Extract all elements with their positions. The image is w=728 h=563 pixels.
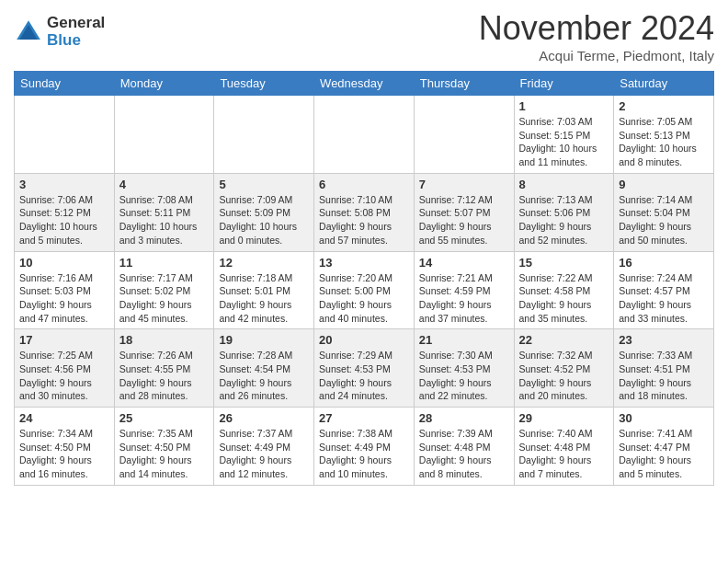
day-info: Sunrise: 7:39 AM Sunset: 4:48 PM Dayligh… (419, 427, 509, 481)
calendar-cell: 16Sunrise: 7:24 AM Sunset: 4:57 PM Dayli… (614, 251, 714, 329)
logo-icon (14, 17, 43, 47)
calendar-cell (414, 96, 514, 174)
day-number: 21 (419, 333, 509, 347)
day-info: Sunrise: 7:17 AM Sunset: 5:02 PM Dayligh… (119, 271, 210, 326)
logo-general: General (47, 15, 105, 32)
day-info: Sunrise: 7:34 AM Sunset: 4:50 PM Dayligh… (19, 427, 109, 481)
day-number: 2 (619, 99, 709, 113)
day-header-wednesday: Wednesday (314, 72, 415, 96)
calendar-cell: 27Sunrise: 7:38 AM Sunset: 4:49 PM Dayli… (314, 408, 415, 486)
day-number: 24 (19, 411, 109, 425)
day-info: Sunrise: 7:18 AM Sunset: 5:01 PM Dayligh… (219, 271, 309, 326)
calendar-cell: 14Sunrise: 7:21 AM Sunset: 4:59 PM Dayli… (414, 251, 514, 329)
day-number: 8 (519, 178, 609, 191)
day-number: 28 (419, 411, 509, 425)
month-title: November 2024 (479, 9, 714, 48)
logo-text: General Blue (47, 15, 105, 49)
calendar-cell: 11Sunrise: 7:17 AM Sunset: 5:02 PM Dayli… (114, 251, 214, 329)
day-number: 22 (519, 333, 609, 347)
day-info: Sunrise: 7:35 AM Sunset: 4:50 PM Dayligh… (119, 427, 210, 481)
calendar-cell (214, 96, 314, 174)
calendar-cell (314, 96, 415, 174)
day-info: Sunrise: 7:24 AM Sunset: 4:57 PM Dayligh… (619, 271, 709, 326)
week-row-2: 3Sunrise: 7:06 AM Sunset: 5:12 PM Daylig… (15, 173, 714, 251)
calendar-cell: 10Sunrise: 7:16 AM Sunset: 5:03 PM Dayli… (15, 251, 115, 329)
day-number: 3 (19, 178, 109, 191)
calendar-cell: 4Sunrise: 7:08 AM Sunset: 5:11 PM Daylig… (114, 173, 214, 251)
day-info: Sunrise: 7:05 AM Sunset: 5:13 PM Dayligh… (619, 115, 709, 169)
day-info: Sunrise: 7:41 AM Sunset: 4:47 PM Dayligh… (619, 427, 709, 481)
calendar-cell (114, 96, 214, 174)
day-info: Sunrise: 7:38 AM Sunset: 4:49 PM Dayligh… (319, 427, 409, 481)
day-info: Sunrise: 7:29 AM Sunset: 4:53 PM Dayligh… (319, 349, 409, 403)
day-header-monday: Monday (114, 72, 214, 96)
day-number: 15 (519, 256, 609, 270)
calendar-cell: 1Sunrise: 7:03 AM Sunset: 5:15 PM Daylig… (514, 96, 614, 174)
day-info: Sunrise: 7:40 AM Sunset: 4:48 PM Dayligh… (519, 427, 609, 481)
calendar-cell: 24Sunrise: 7:34 AM Sunset: 4:50 PM Dayli… (15, 408, 115, 486)
day-number: 20 (319, 333, 409, 347)
day-info: Sunrise: 7:32 AM Sunset: 4:52 PM Dayligh… (519, 349, 609, 403)
header-row: SundayMondayTuesdayWednesdayThursdayFrid… (15, 72, 714, 96)
day-info: Sunrise: 7:22 AM Sunset: 4:58 PM Dayligh… (519, 271, 609, 326)
day-info: Sunrise: 7:13 AM Sunset: 5:06 PM Dayligh… (519, 193, 609, 247)
day-info: Sunrise: 7:37 AM Sunset: 4:49 PM Dayligh… (219, 427, 309, 481)
page-header: General Blue November 2024 Acqui Terme, … (14, 9, 714, 63)
day-info: Sunrise: 7:30 AM Sunset: 4:53 PM Dayligh… (419, 349, 509, 403)
day-number: 25 (119, 411, 210, 425)
calendar-cell: 8Sunrise: 7:13 AM Sunset: 5:06 PM Daylig… (514, 173, 614, 251)
day-number: 23 (619, 333, 709, 347)
day-number: 27 (319, 411, 409, 425)
calendar-cell: 30Sunrise: 7:41 AM Sunset: 4:47 PM Dayli… (614, 408, 714, 486)
day-number: 13 (319, 256, 409, 270)
calendar-cell: 22Sunrise: 7:32 AM Sunset: 4:52 PM Dayli… (514, 329, 614, 408)
day-info: Sunrise: 7:33 AM Sunset: 4:51 PM Dayligh… (619, 349, 709, 403)
calendar-cell: 7Sunrise: 7:12 AM Sunset: 5:07 PM Daylig… (414, 173, 514, 251)
calendar-cell: 5Sunrise: 7:09 AM Sunset: 5:09 PM Daylig… (214, 173, 314, 251)
day-info: Sunrise: 7:14 AM Sunset: 5:04 PM Dayligh… (619, 193, 709, 247)
location-title: Acqui Terme, Piedmont, Italy (479, 48, 714, 63)
calendar-cell: 20Sunrise: 7:29 AM Sunset: 4:53 PM Dayli… (314, 329, 415, 408)
calendar-cell: 23Sunrise: 7:33 AM Sunset: 4:51 PM Dayli… (614, 329, 714, 408)
day-number: 16 (619, 256, 709, 270)
day-number: 9 (619, 178, 709, 191)
logo-blue: Blue (47, 32, 105, 50)
day-info: Sunrise: 7:25 AM Sunset: 4:56 PM Dayligh… (19, 349, 109, 403)
day-info: Sunrise: 7:16 AM Sunset: 5:03 PM Dayligh… (19, 271, 109, 326)
day-header-sunday: Sunday (15, 72, 115, 96)
day-info: Sunrise: 7:06 AM Sunset: 5:12 PM Dayligh… (19, 193, 109, 247)
calendar-cell: 19Sunrise: 7:28 AM Sunset: 4:54 PM Dayli… (214, 329, 314, 408)
calendar-cell: 28Sunrise: 7:39 AM Sunset: 4:48 PM Dayli… (414, 408, 514, 486)
day-info: Sunrise: 7:21 AM Sunset: 4:59 PM Dayligh… (419, 271, 509, 326)
day-info: Sunrise: 7:12 AM Sunset: 5:07 PM Dayligh… (419, 193, 509, 247)
day-number: 26 (219, 411, 309, 425)
calendar-cell: 6Sunrise: 7:10 AM Sunset: 5:08 PM Daylig… (314, 173, 415, 251)
day-info: Sunrise: 7:28 AM Sunset: 4:54 PM Dayligh… (219, 349, 309, 403)
calendar-cell: 9Sunrise: 7:14 AM Sunset: 5:04 PM Daylig… (614, 173, 714, 251)
day-number: 10 (19, 256, 109, 270)
day-header-thursday: Thursday (414, 72, 514, 96)
calendar-cell: 2Sunrise: 7:05 AM Sunset: 5:13 PM Daylig… (614, 96, 714, 174)
day-info: Sunrise: 7:08 AM Sunset: 5:11 PM Dayligh… (119, 193, 210, 247)
day-info: Sunrise: 7:20 AM Sunset: 5:00 PM Dayligh… (319, 271, 409, 326)
day-number: 6 (319, 178, 409, 191)
calendar-cell: 29Sunrise: 7:40 AM Sunset: 4:48 PM Dayli… (514, 408, 614, 486)
day-number: 1 (519, 99, 609, 113)
day-number: 7 (419, 178, 509, 191)
week-row-3: 10Sunrise: 7:16 AM Sunset: 5:03 PM Dayli… (15, 251, 714, 329)
day-number: 12 (219, 256, 309, 270)
day-header-tuesday: Tuesday (214, 72, 314, 96)
calendar-cell: 18Sunrise: 7:26 AM Sunset: 4:55 PM Dayli… (114, 329, 214, 408)
calendar-cell: 13Sunrise: 7:20 AM Sunset: 5:00 PM Dayli… (314, 251, 415, 329)
calendar-table: SundayMondayTuesdayWednesdayThursdayFrid… (14, 71, 714, 486)
day-number: 18 (119, 333, 210, 347)
day-number: 11 (119, 256, 210, 270)
calendar-cell: 12Sunrise: 7:18 AM Sunset: 5:01 PM Dayli… (214, 251, 314, 329)
day-info: Sunrise: 7:03 AM Sunset: 5:15 PM Dayligh… (519, 115, 609, 169)
calendar-cell: 3Sunrise: 7:06 AM Sunset: 5:12 PM Daylig… (15, 173, 115, 251)
calendar-cell: 15Sunrise: 7:22 AM Sunset: 4:58 PM Dayli… (514, 251, 614, 329)
day-number: 14 (419, 256, 509, 270)
day-header-friday: Friday (514, 72, 614, 96)
week-row-5: 24Sunrise: 7:34 AM Sunset: 4:50 PM Dayli… (15, 408, 714, 486)
week-row-1: 1Sunrise: 7:03 AM Sunset: 5:15 PM Daylig… (15, 96, 714, 174)
